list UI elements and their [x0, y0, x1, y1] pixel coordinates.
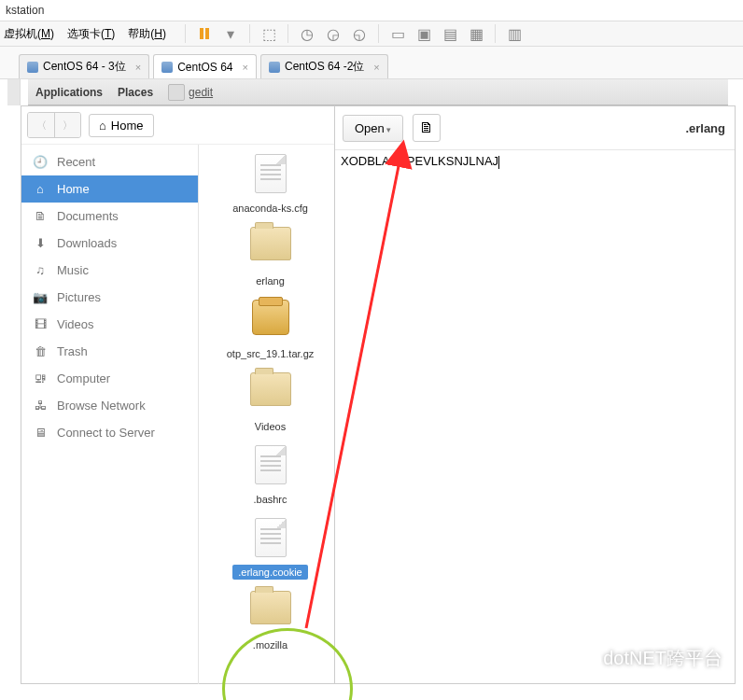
sidebar-icon: 🗎	[33, 209, 48, 223]
active-app[interactable]: gedit	[189, 86, 213, 99]
gedit-window: Open 🗎 .erlang XODBLADBPEVLKSNJLNAJ	[334, 105, 736, 684]
sidebar-item-videos[interactable]: 🎞Videos	[21, 311, 198, 338]
sidebar-icon: ⌂	[33, 182, 48, 196]
document-title: .erlang	[685, 121, 727, 135]
sidebar-label: Recent	[57, 155, 95, 169]
folder-icon	[250, 227, 291, 260]
file-icon	[255, 154, 287, 193]
open-button[interactable]: Open	[343, 115, 403, 142]
close-icon[interactable]: ×	[135, 62, 141, 73]
files-toolbar: 〈 〉 ⌂ Home	[21, 106, 342, 145]
vm-tab-label: CentOS 64	[177, 61, 232, 74]
sidebar-item-browse-network[interactable]: 🖧Browse Network	[21, 392, 198, 419]
fullscreen-icon[interactable]: ▭	[387, 24, 408, 43]
sidebar-label: Connect to Server	[57, 426, 155, 440]
sidebar-label: Computer	[57, 371, 110, 385]
sidebar-icon: 🗑	[33, 344, 48, 358]
vm-tab-label: CentOS 64 -2位	[285, 59, 364, 75]
path-home[interactable]: ⌂ Home	[89, 114, 154, 137]
sidebar-item-music[interactable]: ♫Music	[21, 257, 198, 284]
file-item[interactable]: Videos	[201, 372, 340, 434]
menu-help[interactable]: 帮助(H)	[128, 26, 166, 42]
vm-tab-icon	[269, 62, 280, 73]
vm-tab[interactable]: CentOS 64×	[153, 54, 257, 78]
library-icon[interactable]: ▥	[504, 24, 525, 43]
back-button[interactable]: 〈	[28, 113, 54, 137]
sidebar: 🕘Recent⌂Home🗎Documents⬇Downloads♫Music📷P…	[21, 145, 199, 684]
file-item[interactable]: .mozilla	[201, 591, 340, 652]
sidebar-item-home[interactable]: ⌂Home	[21, 175, 198, 203]
file-item[interactable]: erlang	[201, 227, 340, 288]
sidebar-item-trash[interactable]: 🗑Trash	[21, 338, 198, 365]
file-grid: anaconda-ks.cfgerlangotp_src_19.1.tar.gz…	[199, 145, 342, 684]
sidebar-item-computer[interactable]: 🖳Computer	[21, 365, 198, 392]
file-icon	[255, 518, 287, 557]
sidebar-icon: 🖧	[33, 399, 48, 413]
panel-edge	[7, 79, 21, 105]
applications-menu[interactable]: Applications	[35, 86, 103, 99]
file-label: otp_src_19.1.tar.gz	[225, 347, 316, 360]
new-file-icon: 🗎	[419, 119, 434, 136]
home-icon: ⌂	[99, 119, 106, 133]
vmware-toolbar: 虚拟机(M) 选项卡(T) 帮助(H) ▾ ⬚ ◷ ◶ ◵ ▭ ▣ ▤ ▦ ▥	[0, 21, 743, 47]
sidebar-label: Trash	[57, 344, 88, 358]
places-menu[interactable]: Places	[118, 86, 153, 99]
sidebar-item-pictures[interactable]: 📷Pictures	[21, 284, 198, 311]
file-label: anaconda-ks.cfg	[231, 202, 310, 215]
manage-icon[interactable]: ◵	[349, 24, 370, 43]
sidebar-item-downloads[interactable]: ⬇Downloads	[21, 230, 198, 257]
sidebar-icon: 🖥	[33, 426, 48, 440]
vm-tab[interactable]: CentOS 64 - 3位×	[19, 54, 149, 78]
watermark: dotNET跨平台	[571, 646, 722, 671]
wechat-icon	[571, 649, 597, 669]
dropdown-icon[interactable]: ▾	[220, 24, 241, 43]
new-file-button[interactable]: 🗎	[413, 114, 441, 142]
menu-tabs[interactable]: 选项卡(T)	[67, 26, 115, 42]
pause-icon[interactable]	[194, 24, 215, 43]
console-icon[interactable]: ▤	[440, 24, 460, 43]
gnome-panel: Applications Places gedit	[28, 79, 728, 105]
sidebar-icon: 📷	[33, 290, 48, 304]
sidebar-label: Documents	[57, 209, 119, 223]
vm-tab-label: CentOS 64 - 3位	[43, 59, 126, 75]
gedit-toolbar: Open 🗎 .erlang	[335, 106, 735, 150]
close-icon[interactable]: ×	[243, 62, 248, 73]
file-label: .erlang.cookie	[232, 565, 308, 580]
folder-icon	[250, 591, 291, 624]
close-icon[interactable]: ×	[373, 62, 379, 73]
file-item[interactable]: .bashrc	[201, 445, 340, 507]
sidebar-icon: 🖳	[33, 371, 48, 385]
vm-tab-icon	[27, 62, 38, 73]
sidebar-label: Browse Network	[57, 399, 146, 413]
files-window: 〈 〉 ⌂ Home 🕘Recent⌂Home🗎Documents⬇Downlo…	[21, 105, 343, 684]
snapshot-icon[interactable]: ◷	[297, 24, 317, 43]
sidebar-label: Music	[57, 263, 89, 277]
file-icon	[255, 445, 287, 484]
sidebar-icon: ♫	[33, 263, 48, 277]
sidebar-icon: 🕘	[33, 155, 48, 169]
file-label: .mozilla	[251, 638, 289, 651]
vm-tab-icon	[161, 62, 173, 73]
sidebar-item-recent[interactable]: 🕘Recent	[21, 148, 198, 175]
vm-tab[interactable]: CentOS 64 -2位×	[260, 54, 388, 78]
text-editor[interactable]: XODBLADBPEVLKSNJLNAJ	[335, 150, 735, 173]
folder-icon	[250, 372, 291, 406]
sidebar-item-documents[interactable]: 🗎Documents	[21, 203, 198, 230]
file-item[interactable]: anaconda-ks.cfg	[201, 154, 340, 216]
menu-vm[interactable]: 虚拟机(M)	[4, 26, 54, 42]
file-label: erlang	[254, 274, 287, 287]
file-label: Videos	[253, 420, 287, 433]
sidebar-label: Videos	[57, 317, 94, 331]
forward-button[interactable]: 〉	[54, 113, 80, 137]
sidebar-label: Pictures	[57, 290, 101, 304]
revert-icon[interactable]: ◶	[323, 24, 343, 43]
sidebar-item-connect-to-server[interactable]: 🖥Connect to Server	[21, 419, 198, 446]
archive-icon	[252, 300, 289, 335]
file-item[interactable]: otp_src_19.1.tar.gz	[201, 300, 340, 361]
file-item[interactable]: .erlang.cookie	[201, 518, 340, 580]
sidebar-icon: ⬇	[33, 236, 48, 250]
unity-icon[interactable]: ▣	[414, 24, 434, 43]
vm-tabs: CentOS 64 - 3位×CentOS 64×CentOS 64 -2位×	[0, 47, 743, 79]
thumbnail-icon[interactable]: ▦	[466, 24, 486, 43]
send-ctrl-alt-del-icon[interactable]: ⬚	[259, 24, 279, 43]
